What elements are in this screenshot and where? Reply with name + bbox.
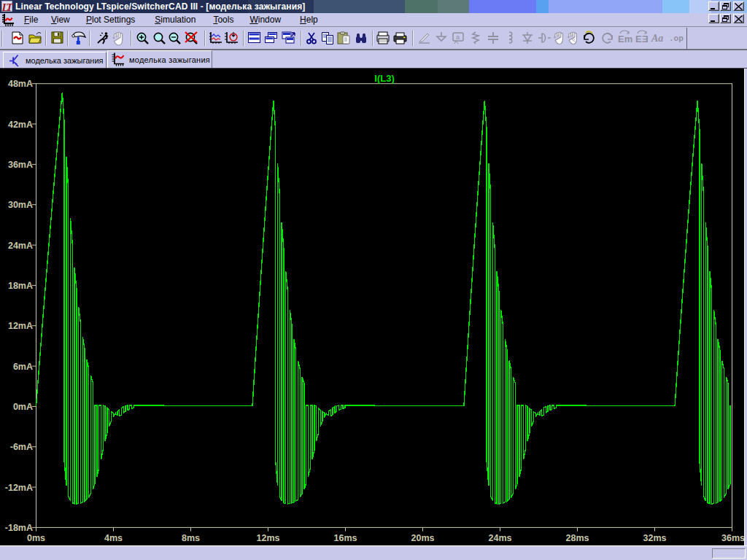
- svg-text:24mA: 24mA: [8, 241, 33, 251]
- svg-text:30mA: 30mA: [8, 200, 33, 210]
- svg-text:6mA: 6mA: [13, 362, 33, 372]
- svg-text:32ms: 32ms: [643, 533, 667, 543]
- svg-text:Ǝ: Ǝ: [642, 34, 649, 44]
- svg-text:18mA: 18mA: [8, 281, 33, 291]
- svg-text:Aa: Aa: [651, 33, 663, 44]
- svg-text:4ms: 4ms: [104, 533, 123, 543]
- svg-text:16ms: 16ms: [334, 533, 357, 543]
- svg-text:a: a: [456, 34, 460, 41]
- svg-text:8ms: 8ms: [182, 533, 200, 543]
- svg-text:0ms: 0ms: [27, 533, 45, 543]
- svg-text:E: E: [635, 34, 642, 44]
- svg-text:20ms: 20ms: [411, 533, 435, 543]
- svg-text:-12mA: -12mA: [5, 483, 33, 493]
- svg-text:-18mA: -18mA: [5, 523, 33, 533]
- svg-text:0mA: 0mA: [13, 402, 33, 412]
- svg-text:36ms: 36ms: [721, 533, 745, 543]
- svg-text:12mA: 12mA: [8, 321, 33, 331]
- svg-text:.op: .op: [669, 34, 684, 43]
- svg-text:48mA: 48mA: [8, 79, 33, 89]
- svg-text:LT: LT: [2, 1, 13, 12]
- svg-text:24ms: 24ms: [489, 533, 512, 543]
- svg-text:28ms: 28ms: [566, 533, 589, 543]
- svg-text:-6mA: -6mA: [10, 442, 33, 452]
- svg-text:I(L3): I(L3): [374, 73, 394, 84]
- svg-text:12ms: 12ms: [257, 533, 280, 543]
- svg-text:36mA: 36mA: [8, 160, 33, 170]
- svg-text:42mA: 42mA: [8, 120, 33, 130]
- svg-text:Em: Em: [618, 34, 632, 44]
